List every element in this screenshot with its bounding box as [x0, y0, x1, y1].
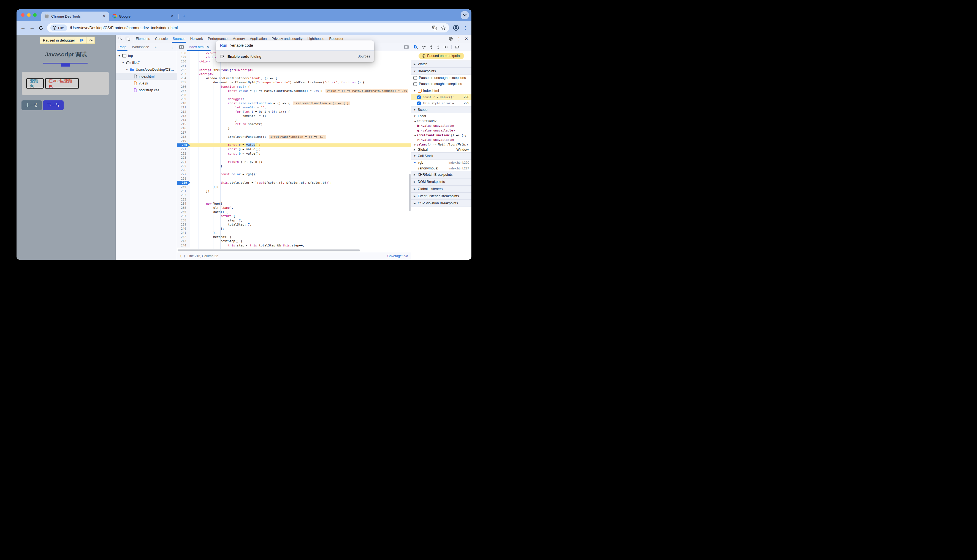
breakpoint-entry-220[interactable]: ✓const r = value();220	[411, 94, 472, 100]
scope-variable-b[interactable]: b: <value unavailable>	[411, 123, 472, 128]
devtools-tab-network[interactable]: Network	[188, 35, 206, 43]
close-editor-tab-icon[interactable]: ✕	[206, 45, 209, 49]
pretty-print-icon[interactable]: { }	[180, 254, 185, 258]
code-line[interactable]: 236data() {	[177, 210, 411, 214]
expand-sidebar-icon[interactable]	[404, 45, 409, 49]
devtools-menu-icon[interactable]: ⋮	[457, 37, 461, 41]
close-window-button[interactable]	[21, 13, 25, 17]
browser-menu-icon[interactable]: ⋮	[463, 25, 468, 31]
settings-gear-icon[interactable]	[448, 37, 453, 41]
step-icon[interactable]	[443, 46, 448, 48]
deactivate-breakpoints-icon[interactable]	[455, 45, 460, 49]
navigator-menu-icon[interactable]: ⋮	[170, 45, 177, 49]
inspect-element-icon[interactable]	[119, 37, 123, 41]
code-line[interactable]: 203<script>	[177, 72, 411, 76]
maximize-window-button[interactable]	[33, 13, 37, 17]
code-line[interactable]: 212for (let i = 0; i < 10; i++) {	[177, 110, 411, 114]
device-toolbar-icon[interactable]	[125, 37, 130, 41]
code-line[interactable]: 219	[177, 139, 411, 143]
code-line[interactable]: 232	[177, 193, 411, 197]
step-over-icon[interactable]	[422, 45, 426, 49]
code-line[interactable]: 222const b = value();	[177, 152, 411, 156]
code-line[interactable]: 204window.addEventListener('load', () =>…	[177, 76, 411, 80]
code-line[interactable]: 237return {	[177, 214, 411, 218]
code-line[interactable]: 235el: "#app",	[177, 206, 411, 210]
section-event-listener-breakpoints[interactable]: ▶Event Listener Breakpoints	[411, 193, 472, 200]
forward-button[interactable]: →	[30, 25, 35, 31]
command-result-enable-code-folding[interactable]: Enable code folding Sources	[216, 51, 374, 62]
code-line[interactable]: 224return { r, g, b };	[177, 160, 411, 164]
tab-search-button[interactable]	[461, 11, 468, 19]
code-line[interactable]: 241},	[177, 231, 411, 235]
section-scope[interactable]: ▼Scope	[411, 106, 472, 113]
code-line[interactable]: 217	[177, 131, 411, 135]
color-button-1[interactable]: 在Vue里变颜色	[45, 78, 79, 88]
code-line[interactable]: 238step: 7,	[177, 218, 411, 223]
code-line[interactable]: 207const value = () => Math.floor(Math.r…	[177, 89, 411, 93]
command-input[interactable]: Run >enable code	[216, 40, 374, 51]
devtools-tab-console[interactable]: Console	[152, 35, 170, 43]
code-line[interactable]: 223	[177, 156, 411, 160]
code-line[interactable]: 205document.getElementById("change-color…	[177, 80, 411, 85]
collapse-navigator-icon[interactable]	[179, 45, 184, 49]
code-line[interactable]: 218irrelevantFunction();irrelevantFuncti…	[177, 135, 411, 139]
translate-icon[interactable]: G	[432, 25, 437, 30]
profile-avatar-icon[interactable]	[453, 25, 459, 31]
step-over-button[interactable]	[86, 37, 94, 43]
code-line[interactable]: 228	[177, 177, 411, 181]
color-button-0[interactable]: 变颜色	[26, 78, 44, 88]
scope-variable-g[interactable]: g: <value unavailable>	[411, 128, 472, 133]
code-line[interactable]: 206function rgb() {	[177, 85, 411, 89]
call-stack-frame-rgb[interactable]: ➤rgbindex.html:220	[411, 160, 472, 165]
pause-exception-checkbox-row-1[interactable]: Pause on caught exceptions	[411, 81, 472, 87]
section-global-listeners[interactable]: ▶Global Listeners	[411, 185, 472, 193]
editor-tab-index-html[interactable]: index.html ✕	[186, 43, 212, 51]
editor-horizontal-scrollbar[interactable]	[177, 249, 411, 252]
tree-item-file-[interactable]: ▼file://	[115, 59, 177, 66]
new-tab-button[interactable]: +	[181, 13, 188, 19]
close-tab-icon[interactable]: ✕	[102, 14, 106, 18]
scope-variable-value[interactable]: ▶value: () => Math.floor(Math.r	[411, 142, 472, 147]
browser-tab-google[interactable]: Google ✕	[109, 12, 177, 21]
code-line[interactable]: 225}	[177, 164, 411, 168]
nav-button-0[interactable]: 上一节	[22, 100, 42, 110]
code-line[interactable]: 201	[177, 64, 411, 68]
step-out-icon[interactable]	[437, 45, 440, 49]
code-line[interactable]: 240};	[177, 227, 411, 231]
code-line[interactable]: 244this.step < this.totalStep && this.st…	[177, 243, 411, 248]
section-csp-violation-breakpoints[interactable]: ▶CSP Violation Breakpoints	[411, 200, 472, 207]
devtools-tab-elements[interactable]: Elements	[133, 35, 152, 43]
code-line[interactable]: 221const g = value();	[177, 147, 411, 151]
code-line[interactable]: 220const r = value();	[177, 143, 411, 147]
back-button[interactable]: ←	[20, 25, 26, 31]
section-call-stack[interactable]: ▼Call Stack	[411, 152, 472, 160]
code-line[interactable]: 211let someStr = '';	[177, 105, 411, 110]
tree-item-bootstrap.css[interactable]: bootstrap.css	[115, 87, 177, 93]
code-area[interactable]: 198</button>199<button200</div>201202<sc…	[177, 51, 411, 249]
code-line[interactable]: 229this.style.color = `rgb(${color.r}, $…	[177, 181, 411, 185]
code-line[interactable]: 234new Vue({	[177, 202, 411, 206]
code-line[interactable]: 208	[177, 93, 411, 97]
step-into-icon[interactable]	[430, 45, 433, 49]
reload-button[interactable]	[38, 26, 43, 30]
section-xhr-fetch-breakpoints[interactable]: ▶XHR/fetch Breakpoints	[411, 171, 472, 178]
call-stack-frame-anonymous[interactable]: (anonymous)index.html:227	[411, 165, 472, 171]
tree-item-top[interactable]: ▼top	[115, 52, 177, 59]
code-line[interactable]: 209debugger;	[177, 97, 411, 101]
code-line[interactable]: 230});	[177, 185, 411, 189]
code-line[interactable]: 231})	[177, 189, 411, 193]
scope-variable-irrelevantFunction[interactable]: ▶irrelevantFunction: () => {…}	[411, 133, 472, 138]
code-line[interactable]: 233	[177, 197, 411, 202]
tree-item-Users-eve-Desktop-CS-[interactable]: ▼Users/eve/Desktop/CS…	[115, 66, 177, 73]
navigator-more-tabs-icon[interactable]: »	[152, 43, 159, 51]
code-line[interactable]: 215return someStr;	[177, 122, 411, 126]
breakpoint-file-group[interactable]: ▼ ‹› index.html	[411, 87, 472, 94]
coverage-link[interactable]: Coverage: n/a	[387, 254, 408, 258]
bookmark-star-icon[interactable]	[441, 25, 446, 30]
resume-script-icon[interactable]	[414, 45, 418, 49]
url-bar[interactable]: File /Users/eve/Desktop/CS/Frontend/chro…	[47, 23, 449, 32]
navigator-tab-workspace[interactable]: Workspace	[129, 43, 152, 51]
code-line[interactable]: 243nextStep() {	[177, 239, 411, 243]
close-tab-icon[interactable]: ✕	[170, 14, 174, 18]
resume-script-button[interactable]	[78, 37, 86, 43]
